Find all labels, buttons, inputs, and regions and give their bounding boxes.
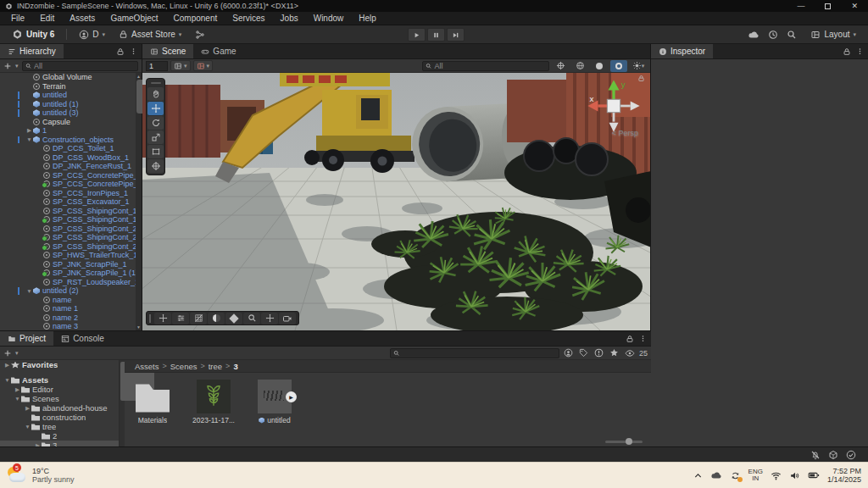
hierarchy-item[interactable]: ▶ 1 [0, 126, 136, 136]
asset-thumbnail[interactable]: ▶ [136, 380, 170, 413]
onedrive-icon[interactable] [710, 469, 722, 481]
hierarchy-item[interactable]: DP_CSS_WoodBox_1 [0, 153, 136, 163]
expand-arrow-icon[interactable]: ▶ [24, 405, 31, 412]
wifi-icon[interactable] [771, 470, 782, 481]
unity-version-button[interactable]: Unity 6 [7, 27, 59, 42]
overlay-drag-handle[interactable] [151, 82, 161, 84]
tab-scene[interactable]: Scene [142, 44, 193, 58]
move-tool[interactable] [147, 102, 164, 115]
project-search[interactable] [390, 348, 559, 358]
pan-overlay-button[interactable] [154, 313, 171, 324]
warning-filter-icon[interactable] [593, 348, 605, 358]
hierarchy-item[interactable]: SP_CCS_ConcretePipe_1 [0, 180, 136, 189]
lock-icon[interactable] [116, 47, 125, 56]
layout-dropdown[interactable]: Layout ▾ [805, 27, 861, 42]
hierarchy-item[interactable]: Global Volume [0, 73, 136, 82]
zoom-overlay-button[interactable] [243, 313, 260, 324]
battery-icon[interactable] [808, 469, 820, 481]
kebab-menu-icon[interactable] [130, 47, 137, 55]
notifications-muted-icon[interactable] [810, 450, 821, 460]
favorites-filter-icon[interactable] [609, 348, 620, 358]
menu-item[interactable]: GameObject [103, 14, 165, 23]
project-tree-row[interactable]: ▼ Assets [0, 375, 119, 385]
hierarchy-item[interactable]: SP_CSS_ShipingCont_2 [0, 225, 136, 234]
expand-arrow-icon[interactable]: ▶ [14, 386, 21, 393]
sync-status-icon[interactable] [730, 470, 741, 481]
kebab-menu-icon[interactable] [639, 335, 647, 342]
lock-icon[interactable] [843, 47, 851, 56]
expand-arrow-icon[interactable]: ▼ [14, 396, 21, 402]
wireframe-toggle[interactable] [571, 60, 588, 72]
asset-item[interactable]: ▶ Materials [128, 380, 177, 440]
hierarchy-item[interactable]: untitled [0, 91, 136, 100]
shaded-toggle[interactable] [591, 60, 608, 72]
gizmos-toggle[interactable] [552, 60, 569, 72]
weather-widget[interactable]: 5 19°C Partly sunny [0, 466, 127, 485]
hierarchy-search[interactable] [22, 61, 138, 71]
gizmo-selection-button[interactable] [225, 313, 242, 324]
clock[interactable]: 7:52 PM 1/14/2025 [827, 467, 861, 484]
hidden-count-eye-icon[interactable] [624, 348, 636, 358]
tab-inspector[interactable]: Inspector [651, 44, 713, 58]
slider-knob[interactable] [626, 438, 632, 445]
project-tree-row[interactable]: 2 [0, 431, 119, 441]
scene-viewport[interactable]: y x < Persp [142, 73, 650, 330]
search-by-label-icon[interactable] [578, 348, 590, 358]
menu-item[interactable]: Component [166, 14, 225, 23]
grid-size-field[interactable] [146, 61, 168, 71]
scene-visibility-toggle[interactable] [610, 60, 627, 72]
create-asset-button[interactable] [3, 349, 12, 358]
asset-thumbnail[interactable]: ▶ [258, 380, 292, 413]
hierarchy-item[interactable]: SP_CSS_ShipingCont_2 (2 [0, 233, 136, 242]
project-tree-row[interactable]: ▶ abandoned-house [0, 403, 119, 413]
scene-search-input[interactable] [434, 62, 546, 70]
camera-overlay-button[interactable] [279, 313, 296, 324]
asset-item[interactable]: ▶ untitled [250, 380, 299, 440]
add-object-button[interactable] [3, 62, 12, 70]
asset-thumbnail[interactable]: ▶ [197, 380, 231, 413]
thumbnail-zoom-slider[interactable] [605, 441, 643, 443]
hierarchy-item[interactable]: SP_CCS_IronPipes_1 [0, 189, 136, 198]
overlay-drag-handle[interactable] [149, 314, 151, 323]
hierarchy-item[interactable]: untitled (1) [0, 100, 136, 109]
hierarchy-item[interactable]: SP_CSS_Excavator_1 [0, 197, 136, 207]
snap-settings-dropdown[interactable]: ▾ [193, 60, 214, 71]
hierarchy-item[interactable]: ▼ untitled (2) [0, 286, 136, 296]
expand-arrow-icon[interactable]: ▼ [25, 136, 33, 142]
hand-tool[interactable] [147, 87, 164, 101]
hierarchy-item[interactable]: SP_JNK_ScrapPile_1 [0, 260, 136, 269]
breadcrumb-segment[interactable]: Assets [135, 362, 159, 371]
close-button[interactable]: ✕ [851, 3, 858, 10]
cloud-icon[interactable] [748, 29, 760, 41]
menu-item[interactable]: Help [351, 14, 384, 23]
hierarchy-item[interactable]: name 3 [0, 322, 136, 330]
hierarchy-scrollbar[interactable]: ▲ ▼ [136, 73, 142, 330]
hierarchy-item[interactable]: name 2 [0, 313, 136, 323]
scene-search[interactable] [422, 61, 549, 71]
menu-item[interactable]: Window [306, 14, 352, 23]
project-search-input[interactable] [403, 349, 556, 358]
expand-arrow-icon[interactable]: ▶ [3, 362, 11, 369]
history-icon[interactable] [768, 30, 778, 40]
hierarchy-item[interactable]: Terrain [0, 82, 136, 92]
rect-tool[interactable] [147, 145, 164, 158]
progress-check-icon[interactable] [846, 450, 856, 460]
kebab-menu-icon[interactable] [856, 47, 864, 55]
hierarchy-item[interactable]: SP_RST_Loudspeaker_1 [0, 278, 136, 287]
hierarchy-item[interactable]: DP_JNK_FenceRust_1 [0, 162, 136, 171]
hierarchy-item[interactable]: name 1 [0, 304, 136, 313]
project-tree-row[interactable]: ▶ Favorites [0, 360, 119, 369]
project-tree-row[interactable]: ▶ Editor [0, 385, 119, 394]
expand-arrow-icon[interactable]: ▼ [25, 288, 33, 294]
menu-item[interactable]: Assets [62, 14, 103, 23]
minimize-button[interactable]: — [797, 3, 804, 10]
search-icon[interactable] [787, 30, 797, 40]
lock-icon[interactable] [626, 335, 634, 343]
hierarchy-item[interactable]: SP_CCS_ConcretePipe_1 [0, 171, 136, 180]
tab-console[interactable]: Console [53, 331, 112, 346]
tray-chevron-up-icon[interactable] [693, 471, 703, 480]
project-tree-row[interactable]: ▼ tree [0, 422, 119, 431]
settings-overlay-button[interactable] [172, 313, 189, 324]
asset-item[interactable]: ▶ 2023-11-17... [189, 380, 238, 440]
expand-arrow-icon[interactable]: ▶ [25, 127, 33, 134]
